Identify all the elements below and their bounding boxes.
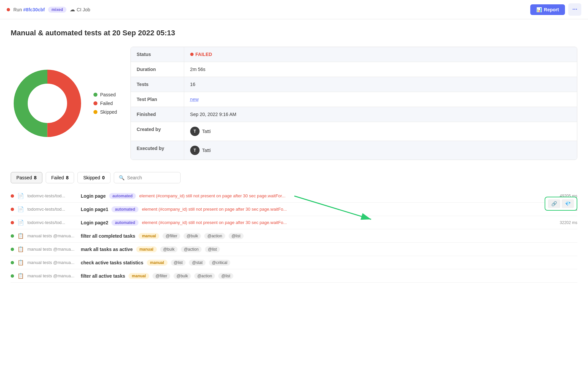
passed-filter-count: 8 bbox=[34, 175, 37, 180]
duration-key: Duration bbox=[131, 62, 184, 77]
created-by-val: T Tatti bbox=[184, 122, 577, 141]
test-tag: @bulk bbox=[160, 246, 178, 252]
more-button[interactable]: ··· bbox=[568, 3, 581, 16]
test-tag: @list bbox=[229, 233, 244, 239]
legend-passed-label: Passed bbox=[100, 92, 116, 97]
created-by-avatar: T bbox=[190, 127, 200, 136]
test-tag: @list bbox=[171, 260, 186, 266]
skipped-dot bbox=[93, 110, 97, 114]
test-name: Login page1 bbox=[81, 207, 108, 212]
executed-by-row: Executed by T Tatti bbox=[131, 141, 577, 160]
test-duration: 32202 ms bbox=[560, 220, 577, 225]
test-error: element (#company_id) still not present … bbox=[142, 207, 287, 212]
row-link-button[interactable]: 🔗 bbox=[548, 199, 560, 208]
test-row: 📋manual tests @manua...mark all tasks as… bbox=[11, 243, 577, 256]
test-row: 📄todomvc-tests/tod...Login page2automate… bbox=[11, 216, 577, 229]
test-status-dot bbox=[11, 234, 14, 238]
passed-dot bbox=[93, 93, 97, 97]
legend-skipped-label: Skipped bbox=[100, 109, 117, 115]
test-plan-link[interactable]: new bbox=[190, 97, 199, 102]
test-badge: manual bbox=[136, 246, 157, 252]
test-path: manual tests @manua... bbox=[27, 233, 77, 238]
test-path: todomvc-tests/tod... bbox=[27, 193, 77, 198]
search-box: 🔍 bbox=[114, 172, 181, 183]
test-name: mark all tasks as active bbox=[81, 247, 133, 252]
status-failed-badge: FAILED bbox=[190, 52, 212, 57]
test-path: manual tests @manua... bbox=[27, 260, 77, 265]
more-icon: ··· bbox=[572, 6, 577, 13]
test-badge: manual bbox=[138, 233, 159, 239]
bar-chart-icon: 📊 bbox=[536, 7, 542, 12]
test-row: 📋manual tests @manua...check active task… bbox=[11, 256, 577, 269]
created-by-name: Tatti bbox=[202, 129, 211, 134]
tests-key: Tests bbox=[131, 77, 184, 92]
test-row: 📋manual tests @manua...filter all comple… bbox=[11, 229, 577, 243]
test-badge: automated bbox=[109, 193, 136, 199]
failed-filter-label: Failed bbox=[51, 175, 64, 180]
skipped-filter-label: Skipped bbox=[83, 175, 100, 180]
passed-filter-label: Passed bbox=[16, 175, 32, 180]
skipped-filter-button[interactable]: Skipped 0 bbox=[77, 172, 110, 183]
search-icon: 🔍 bbox=[119, 175, 124, 180]
test-list: 📄todomvc-tests/tod...Login pageautomated… bbox=[11, 189, 577, 283]
test-error: element (#company_id) still not present … bbox=[142, 220, 287, 225]
ci-job-label: ☁ CI Job bbox=[70, 6, 90, 13]
test-path: todomvc-tests/tod... bbox=[27, 220, 77, 225]
test-path: manual tests @manua... bbox=[27, 273, 77, 278]
test-tag: @stat bbox=[189, 260, 206, 266]
report-button[interactable]: 📊 Report bbox=[530, 4, 565, 15]
test-tag: @list bbox=[218, 273, 233, 279]
test-name: check active tasks statistics bbox=[81, 260, 143, 265]
top-bar: Run #8fc30cbf mixed ☁ CI Job 📊 Report ··… bbox=[0, 0, 588, 19]
status-value-text: FAILED bbox=[196, 52, 212, 57]
finished-val: Sep 20, 2022 9:16 AM bbox=[184, 107, 577, 122]
checklist-icon: 📋 bbox=[17, 273, 24, 279]
test-plan-val: new bbox=[184, 92, 577, 107]
file-icon: 📄 bbox=[17, 219, 24, 226]
row-copy-button[interactable]: 💎 bbox=[562, 199, 574, 208]
executed-by-name: Tatti bbox=[202, 148, 211, 153]
test-path: todomvc-tests/tod... bbox=[27, 207, 77, 212]
row-actions-popup: 🔗 💎 bbox=[545, 197, 577, 211]
test-tag: @list bbox=[205, 246, 220, 252]
status-key: Status bbox=[131, 47, 184, 62]
file-icon: 📄 bbox=[17, 193, 24, 199]
cloud-icon: ☁ bbox=[70, 6, 75, 13]
ci-job-text: CI Job bbox=[77, 7, 90, 12]
legend-passed: Passed bbox=[93, 92, 117, 97]
mixed-badge: mixed bbox=[48, 7, 66, 13]
run-id[interactable]: #8fc30cbf bbox=[23, 7, 45, 12]
test-badge: manual bbox=[128, 273, 149, 279]
status-failed-dot bbox=[190, 53, 194, 56]
created-by-row: Created by T Tatti bbox=[131, 122, 577, 141]
test-tag: @action bbox=[204, 233, 225, 239]
search-input[interactable] bbox=[127, 175, 176, 180]
test-status-dot bbox=[11, 261, 14, 264]
checklist-icon: 📋 bbox=[17, 259, 24, 266]
failed-pct-label: 50.0% bbox=[33, 102, 47, 107]
created-by-key: Created by bbox=[131, 122, 184, 141]
test-tag: @action bbox=[194, 273, 215, 279]
main-content: Manual & automated tests at 20 Sep 2022 … bbox=[0, 19, 588, 292]
tests-val: 16 bbox=[184, 77, 577, 92]
test-name: filter all active tasks bbox=[81, 273, 125, 279]
passed-filter-button[interactable]: Passed 8 bbox=[11, 172, 42, 183]
skipped-filter-count: 0 bbox=[102, 175, 105, 180]
test-tag: @action bbox=[181, 246, 202, 252]
tests-row: Tests 16 bbox=[131, 77, 577, 92]
test-tag: @bulk bbox=[184, 233, 201, 239]
test-tag: @filter bbox=[153, 273, 170, 279]
test-name: filter all completed tasks bbox=[81, 233, 135, 239]
failed-filter-button[interactable]: Failed 8 bbox=[46, 172, 74, 183]
run-status-dot bbox=[7, 8, 10, 11]
top-bar-left: Run #8fc30cbf mixed ☁ CI Job bbox=[7, 6, 90, 13]
test-row: 📄todomvc-tests/tod...Login pageautomated… bbox=[11, 189, 577, 203]
passed-pct-label: 50.0% bbox=[52, 102, 66, 107]
report-label: Report bbox=[544, 7, 559, 12]
test-badge: automated bbox=[111, 206, 138, 212]
finished-row: Finished Sep 20, 2022 9:16 AM bbox=[131, 107, 577, 122]
test-status-dot bbox=[11, 208, 14, 211]
filters-row: Passed 8 Failed 8 Skipped 0 🔍 bbox=[11, 172, 577, 183]
executed-by-avatar: T bbox=[190, 146, 200, 155]
test-error: element (#company_id) still not present … bbox=[139, 193, 285, 198]
